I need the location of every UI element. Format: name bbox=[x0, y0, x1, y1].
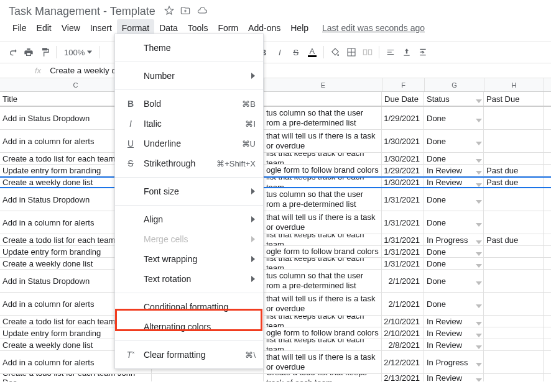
cell-desc[interactable]: tus column so that the userrom a pre-det… bbox=[264, 188, 382, 211]
chevron-down-icon[interactable] bbox=[476, 139, 482, 148]
chevron-down-icon[interactable] bbox=[476, 342, 482, 350]
menu-clear-formatting[interactable]: T×Clear formatting⌘\ bbox=[115, 345, 263, 365]
textcolor-icon[interactable]: A bbox=[305, 45, 320, 60]
table-row[interactable]: Add in a column for alertsthat will tell… bbox=[0, 130, 551, 153]
menu-fontsize[interactable]: Font size bbox=[115, 181, 263, 201]
menu-strike[interactable]: SStrikethrough⌘+Shift+X bbox=[115, 153, 263, 173]
cell-past[interactable] bbox=[484, 153, 544, 164]
cell-due[interactable]: 1/29/2021 bbox=[382, 165, 424, 176]
last-edit-label[interactable]: Last edit was seconds ago bbox=[317, 19, 430, 37]
menu-insert[interactable]: Insert bbox=[85, 19, 117, 37]
cell-due[interactable]: 1/31/2021 bbox=[382, 211, 424, 234]
chevron-down-icon[interactable] bbox=[476, 375, 482, 381]
wrap-icon[interactable] bbox=[415, 45, 430, 60]
format-paint-icon[interactable] bbox=[37, 45, 52, 60]
cell-status[interactable]: Done bbox=[424, 246, 484, 257]
cell-due[interactable]: 1/31/2021 bbox=[382, 258, 424, 269]
table-row[interactable]: Add in a column for alertsthat will tell… bbox=[0, 293, 551, 316]
cell-desc[interactable]: that will tell us if there is a taskor o… bbox=[264, 293, 382, 315]
cell-desc[interactable]: list that keeps track of each team bbox=[264, 316, 382, 327]
zoom-dropdown[interactable]: 100% bbox=[60, 48, 96, 57]
cell-status[interactable]: Done bbox=[424, 258, 484, 269]
cell-status[interactable]: Done bbox=[424, 107, 484, 129]
cell-status[interactable]: Done bbox=[424, 211, 484, 234]
col-header-g[interactable]: G bbox=[425, 78, 484, 91]
chevron-down-icon[interactable] bbox=[476, 261, 482, 269]
cell-desc[interactable]: that will tell us if there is a taskor o… bbox=[264, 351, 382, 373]
table-row[interactable]: Update entry form brandingogle form to f… bbox=[0, 165, 551, 176]
table-row[interactable]: Update entry form brandingogle form to f… bbox=[0, 327, 551, 339]
cell-desc[interactable]: tus column so that the userrom a pre-det… bbox=[264, 107, 382, 129]
menu-alternating-colors[interactable]: Alternating colors bbox=[115, 317, 263, 337]
menu-help[interactable]: Help bbox=[285, 19, 313, 37]
chevron-down-icon[interactable] bbox=[476, 330, 482, 339]
table-row[interactable]: Add in a column for alertsthat will tell… bbox=[0, 211, 551, 234]
cell-past[interactable] bbox=[484, 246, 544, 257]
doc-title[interactable]: Task Management - Template bbox=[9, 5, 155, 18]
cell-due[interactable]: 2/10/2021 bbox=[382, 316, 424, 327]
cell-desc[interactable]: list that keeps track of each team bbox=[264, 234, 382, 245]
cell-desc[interactable]: Create a todo list that keeps track of e… bbox=[264, 374, 382, 381]
cell-past[interactable] bbox=[484, 351, 544, 373]
table-row[interactable]: Create a weekly done listlist that keeps… bbox=[0, 339, 551, 351]
chevron-down-icon[interactable] bbox=[476, 360, 482, 369]
cell-status[interactable]: In Review bbox=[424, 178, 484, 187]
menu-rotation[interactable]: Text rotation bbox=[115, 269, 263, 289]
cell-desc[interactable]: list that keeps track of each team bbox=[264, 339, 382, 350]
cell-desc[interactable]: ogle form to follow brand colors bbox=[264, 246, 382, 257]
cell-past[interactable] bbox=[484, 107, 544, 129]
cell-status[interactable]: In Review bbox=[424, 316, 484, 327]
menu-edit[interactable]: Edit bbox=[32, 19, 57, 37]
star-icon[interactable] bbox=[164, 6, 174, 17]
halign-icon[interactable] bbox=[383, 45, 398, 60]
cell-due[interactable]: 2/8/2021 bbox=[382, 339, 424, 350]
cell-past[interactable] bbox=[484, 130, 544, 152]
cell-past[interactable] bbox=[484, 188, 544, 211]
table-row[interactable]: Create a todo list for each teamlist tha… bbox=[0, 153, 551, 165]
cell-past[interactable] bbox=[484, 293, 544, 315]
cell-desc[interactable]: list that keeps track of each team bbox=[264, 153, 382, 164]
cell-due[interactable]: 1/31/2021 bbox=[382, 188, 424, 211]
chevron-down-icon[interactable] bbox=[476, 249, 482, 257]
table-row[interactable]: Create a todo list for each teamlist tha… bbox=[0, 234, 551, 246]
cell-due[interactable]: 1/29/2021 bbox=[382, 107, 424, 129]
cell-past[interactable] bbox=[484, 270, 544, 292]
cloud-status-icon[interactable] bbox=[197, 6, 208, 17]
chevron-down-icon[interactable] bbox=[476, 319, 482, 327]
menu-theme[interactable]: Theme bbox=[115, 38, 263, 58]
redo-icon[interactable] bbox=[5, 45, 20, 60]
cell-due[interactable]: 2/10/2021 bbox=[382, 327, 424, 339]
cell-due[interactable]: 1/31/2021 bbox=[382, 246, 424, 257]
table-row[interactable]: Add in Status Dropdowntus column so that… bbox=[0, 107, 551, 130]
cell-status[interactable]: In Review bbox=[424, 327, 484, 339]
cell-due[interactable]: 1/30/2021 bbox=[382, 178, 424, 187]
menu-italic[interactable]: IItalic⌘I bbox=[115, 114, 263, 134]
cell-status[interactable]: In Review bbox=[424, 374, 484, 381]
cell-status[interactable]: Done bbox=[424, 293, 484, 315]
table-row[interactable]: Update entry form brandingogle form to f… bbox=[0, 246, 551, 258]
menu-conditional-formatting[interactable]: Conditional formatting bbox=[115, 297, 263, 317]
print-icon[interactable] bbox=[21, 45, 36, 60]
chevron-down-icon[interactable] bbox=[476, 156, 482, 164]
cell-desc[interactable]: list that keeps track of each team bbox=[264, 258, 382, 269]
cell-past[interactable] bbox=[484, 327, 544, 339]
chevron-down-icon[interactable] bbox=[476, 116, 482, 125]
cell-status[interactable]: Done bbox=[424, 153, 484, 164]
col-header-e[interactable]: E bbox=[264, 78, 382, 91]
cell-past[interactable] bbox=[484, 374, 544, 381]
chevron-down-icon[interactable] bbox=[476, 220, 482, 229]
header-status[interactable]: Status bbox=[424, 92, 484, 106]
header-past[interactable]: Past Due bbox=[484, 92, 544, 106]
cell-past[interactable]: Past due bbox=[484, 234, 544, 245]
cell-past[interactable] bbox=[484, 339, 544, 350]
cell-past[interactable] bbox=[484, 316, 544, 327]
menu-underline[interactable]: UUnderline⌘U bbox=[115, 134, 263, 153]
cell-status[interactable]: In Progress bbox=[424, 234, 484, 245]
cell-status[interactable]: In Progress bbox=[424, 351, 484, 373]
cell-past[interactable]: Past due bbox=[484, 165, 544, 176]
cell-due[interactable]: 2/1/2021 bbox=[382, 270, 424, 292]
cell-desc[interactable]: tus column so that the userrom a pre-det… bbox=[264, 270, 382, 292]
table-row[interactable]: Add in a column for alertsthat will tell… bbox=[0, 351, 551, 374]
cell-status[interactable]: Done bbox=[424, 130, 484, 152]
chevron-down-icon[interactable] bbox=[476, 168, 482, 176]
